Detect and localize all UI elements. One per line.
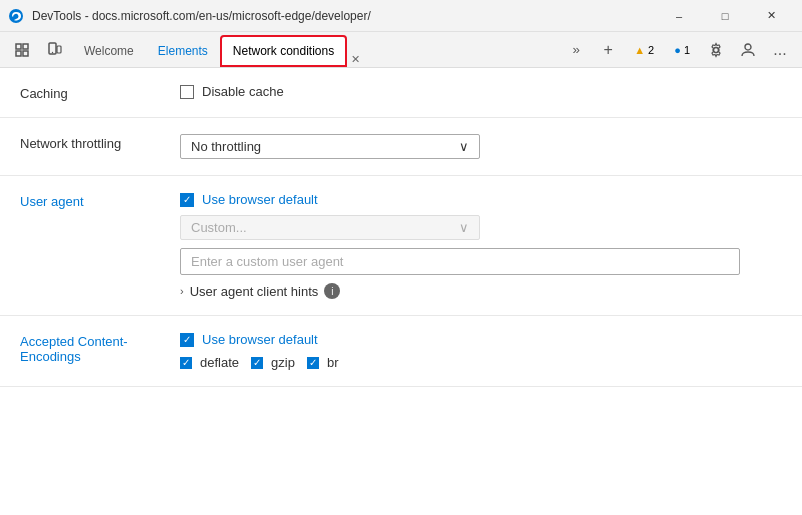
caching-content: Disable cache bbox=[180, 84, 782, 99]
gzip-row: gzip bbox=[251, 355, 295, 370]
svg-rect-2 bbox=[23, 44, 28, 49]
tab-network-conditions[interactable]: Network conditions bbox=[220, 35, 347, 67]
user-agent-section: User agent Use browser default Custom...… bbox=[0, 176, 802, 316]
main-content: Caching Disable cache Network throttling… bbox=[0, 68, 802, 387]
tabs-container: Welcome Elements Network conditions ✕ bbox=[72, 32, 558, 67]
tab-close-network-conditions[interactable]: ✕ bbox=[347, 51, 363, 67]
disable-cache-checkbox[interactable] bbox=[180, 85, 194, 99]
deflate-checkbox[interactable] bbox=[180, 357, 192, 369]
br-label: br bbox=[327, 355, 339, 370]
client-hints-info-icon[interactable]: i bbox=[324, 283, 340, 299]
caching-label: Caching bbox=[20, 84, 180, 101]
accepted-encodings-label: Accepted Content- Encodings bbox=[20, 332, 180, 364]
window-controls: – □ ✕ bbox=[656, 0, 794, 32]
deflate-row: deflate bbox=[180, 355, 239, 370]
disable-cache-label: Disable cache bbox=[202, 84, 284, 99]
encodings-browser-default-row: Use browser default bbox=[180, 332, 782, 347]
accepted-encodings-section: Accepted Content- Encodings Use browser … bbox=[0, 316, 802, 387]
warnings-badge[interactable]: ▲ 2 bbox=[626, 38, 662, 62]
tab-welcome[interactable]: Welcome bbox=[72, 35, 146, 67]
user-agent-custom-chevron: ∨ bbox=[459, 220, 469, 235]
svg-point-9 bbox=[745, 44, 751, 50]
throttling-dropdown[interactable]: No throttling ∨ bbox=[180, 134, 480, 159]
throttling-value: No throttling bbox=[191, 139, 261, 154]
customize-button[interactable] bbox=[734, 36, 762, 64]
person-icon bbox=[740, 42, 756, 58]
gzip-label: gzip bbox=[271, 355, 295, 370]
br-checkbox[interactable] bbox=[307, 357, 319, 369]
window-title: DevTools - docs.microsoft.com/en-us/micr… bbox=[32, 9, 648, 23]
device-toolbar-button[interactable] bbox=[40, 36, 68, 64]
tab-bar-right: » + ▲ 2 ● 1 ... bbox=[558, 32, 798, 67]
user-agent-custom-value: Custom... bbox=[191, 220, 247, 235]
more-options-button[interactable]: ... bbox=[766, 36, 794, 64]
gzip-checkbox[interactable] bbox=[251, 357, 263, 369]
client-hints-label: User agent client hints bbox=[190, 284, 319, 299]
encodings-row: deflate gzip br bbox=[180, 355, 782, 370]
title-bar: DevTools - docs.microsoft.com/en-us/micr… bbox=[0, 0, 802, 32]
settings-button[interactable] bbox=[702, 36, 730, 64]
info-count: 1 bbox=[684, 44, 690, 56]
new-tab-button[interactable]: + bbox=[594, 36, 622, 64]
encodings-browser-default-label: Use browser default bbox=[202, 332, 318, 347]
network-throttling-section: Network throttling No throttling ∨ bbox=[0, 118, 802, 176]
close-button[interactable]: ✕ bbox=[748, 0, 794, 32]
info-badge[interactable]: ● 1 bbox=[666, 38, 698, 62]
tab-nav-buttons bbox=[4, 32, 72, 67]
gear-icon bbox=[708, 42, 724, 58]
br-row: br bbox=[307, 355, 339, 370]
tab-bar: Welcome Elements Network conditions ✕ » … bbox=[0, 32, 802, 68]
info-circle-icon: ● bbox=[674, 44, 681, 56]
inspect-button[interactable] bbox=[8, 36, 36, 64]
svg-point-8 bbox=[714, 47, 719, 52]
encodings-browser-default-checkbox[interactable] bbox=[180, 333, 194, 347]
client-hints-chevron: › bbox=[180, 285, 184, 297]
user-agent-custom-dropdown[interactable]: Custom... ∨ bbox=[180, 215, 480, 240]
warnings-count: 2 bbox=[648, 44, 654, 56]
accepted-encodings-content: Use browser default deflate gzip br bbox=[180, 332, 782, 370]
use-browser-default-checkbox[interactable] bbox=[180, 193, 194, 207]
caching-section: Caching Disable cache bbox=[0, 68, 802, 118]
network-throttling-content: No throttling ∨ bbox=[180, 134, 782, 159]
deflate-label: deflate bbox=[200, 355, 239, 370]
throttling-chevron: ∨ bbox=[459, 139, 469, 154]
client-hints-row[interactable]: › User agent client hints i bbox=[180, 283, 782, 299]
svg-rect-1 bbox=[16, 44, 21, 49]
maximize-button[interactable]: □ bbox=[702, 0, 748, 32]
custom-user-agent-input[interactable] bbox=[180, 248, 740, 275]
tab-elements[interactable]: Elements bbox=[146, 35, 220, 67]
svg-rect-6 bbox=[57, 46, 61, 53]
disable-cache-row: Disable cache bbox=[180, 84, 782, 99]
user-agent-label: User agent bbox=[20, 192, 180, 209]
app-icon bbox=[8, 8, 24, 24]
svg-rect-3 bbox=[16, 51, 21, 56]
user-agent-content: Use browser default Custom... ∨ › User a… bbox=[180, 192, 782, 299]
minimize-button[interactable]: – bbox=[656, 0, 702, 32]
use-browser-default-label: Use browser default bbox=[202, 192, 318, 207]
device-icon bbox=[46, 42, 62, 58]
use-browser-default-row: Use browser default bbox=[180, 192, 782, 207]
network-throttling-label: Network throttling bbox=[20, 134, 180, 151]
warning-icon: ▲ bbox=[634, 44, 645, 56]
svg-rect-4 bbox=[23, 51, 28, 56]
svg-point-7 bbox=[52, 51, 53, 52]
inspect-icon bbox=[14, 42, 30, 58]
overflow-button[interactable]: » bbox=[562, 36, 590, 64]
